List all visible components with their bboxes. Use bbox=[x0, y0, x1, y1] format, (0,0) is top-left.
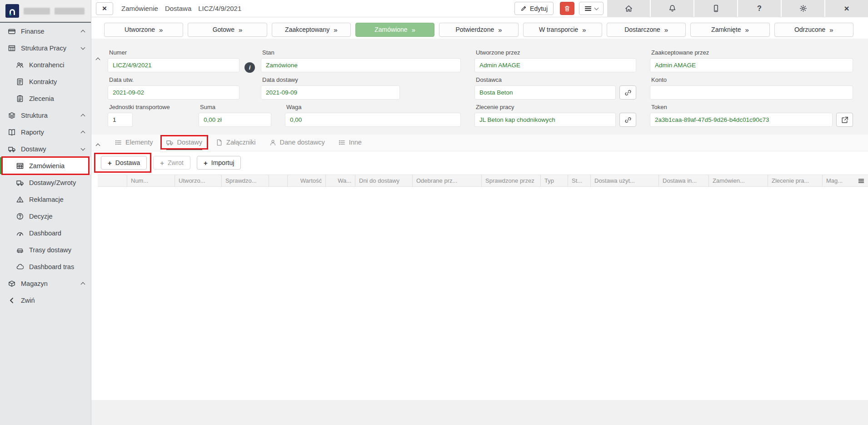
field-jednostki-transportowe: Jednostki transportowe 1 bbox=[108, 104, 199, 127]
info-icon[interactable]: i bbox=[244, 62, 255, 73]
edit-button-label: Edytuj bbox=[530, 5, 548, 12]
double-chevron-icon: » bbox=[334, 26, 337, 34]
suma-input[interactable]: 0,00 zł bbox=[199, 113, 271, 127]
data-utw-input[interactable]: 2021-09-02 bbox=[108, 85, 239, 100]
sidebar-collapse-button[interactable]: Zwiń bbox=[0, 292, 91, 309]
field-stan: Stan Zamówione bbox=[261, 49, 461, 72]
collapse-section-chevron[interactable] bbox=[96, 141, 101, 145]
numer-input[interactable]: LICZ/4/9/2021 bbox=[108, 58, 239, 72]
token-open-button[interactable] bbox=[836, 113, 853, 127]
help-button[interactable]: ? bbox=[738, 0, 781, 17]
data-dostawy-input[interactable]: 2021-09-09 bbox=[261, 85, 400, 100]
sidebar-item-dashboard[interactable]: Dashboard bbox=[0, 225, 91, 241]
column-header-numer[interactable]: Num... bbox=[127, 175, 175, 186]
column-header-zamowienie[interactable]: Zamówien... bbox=[709, 175, 768, 186]
column-header-dni-do-dostawy[interactable]: Dni do dostawy bbox=[355, 175, 413, 186]
delete-button[interactable] bbox=[560, 2, 574, 15]
status-step-zamowione-active[interactable]: Zamówione» bbox=[355, 23, 434, 37]
token-input[interactable]: 2a3b1caa-89af-47d5-9d26-b4dc01c90c73 bbox=[650, 113, 833, 127]
column-header-sprawdzone-przez[interactable]: Sprawdzone przez bbox=[482, 175, 541, 186]
sidebar-item-reklamacje[interactable]: Reklamacje bbox=[0, 191, 91, 208]
jednostki-input[interactable]: 1 bbox=[108, 113, 133, 127]
sidebar-item-label: Dostawy bbox=[21, 145, 76, 153]
sidebar-item-raporty[interactable]: Raporty bbox=[0, 124, 91, 140]
status-step-dostarczone[interactable]: Dostarczone» bbox=[607, 23, 686, 37]
tab-inne[interactable]: Inne bbox=[339, 139, 362, 150]
status-step-zamkniete[interactable]: Zamknięte» bbox=[690, 23, 769, 37]
close-view-button[interactable]: × bbox=[96, 2, 113, 15]
sidebar-item-magazyn[interactable]: Magazyn bbox=[0, 275, 91, 292]
status-step-utworzone[interactable]: Utworzone» bbox=[104, 23, 183, 37]
column-header-waga[interactable]: Wa... bbox=[326, 175, 355, 186]
sidebar-item-dostawy[interactable]: Dostawy bbox=[0, 140, 91, 157]
column-header-odebrane-przez[interactable]: Odebrane prz... bbox=[413, 175, 482, 186]
grid-icon bbox=[8, 45, 15, 52]
tab-dane-dostawcy[interactable]: Dane dostawcy bbox=[269, 139, 325, 150]
double-chevron-icon: » bbox=[159, 26, 163, 34]
zlecenie-pracy-input[interactable]: JL Beton kap chodnikowych bbox=[474, 113, 616, 127]
dostawca-input[interactable]: Bosta Beton bbox=[474, 85, 616, 100]
truck-icon bbox=[16, 179, 24, 186]
sidebar-item-trasy-dostawy[interactable]: Trasy dostawy bbox=[0, 241, 91, 258]
column-header-empty bbox=[98, 175, 127, 186]
zaakceptowane-przez-input[interactable]: Admin AMAGE bbox=[650, 58, 853, 72]
stan-input[interactable]: Zamówione bbox=[261, 58, 461, 72]
notifications-button[interactable] bbox=[651, 0, 693, 17]
tab-elementy[interactable]: Elementy bbox=[115, 139, 153, 150]
column-header-typ[interactable]: Typ bbox=[541, 175, 568, 186]
tab-label: Inne bbox=[349, 139, 362, 146]
status-step-potwierdzone[interactable]: Potwierdzone» bbox=[439, 23, 518, 37]
tab-label: Elementy bbox=[125, 139, 153, 146]
window-close-button[interactable]: × bbox=[825, 0, 868, 17]
sidebar-item-dashboard-tras[interactable]: Dashboard tras bbox=[0, 258, 91, 275]
double-chevron-icon: » bbox=[498, 26, 502, 34]
tab-dostawy[interactable]: Dostawy bbox=[166, 139, 202, 150]
waga-input[interactable]: 0,00 bbox=[285, 113, 461, 127]
tab-zalaczniki[interactable]: Załączniki bbox=[216, 139, 255, 150]
column-header-dostawa-inna[interactable]: Dostawa in... bbox=[659, 175, 709, 186]
book-icon bbox=[8, 129, 15, 136]
column-header-status[interactable]: St... bbox=[568, 175, 591, 186]
column-header-sprawdzone[interactable]: Sprawdzo... bbox=[222, 175, 269, 186]
sidebar-item-decyzje[interactable]: Decyzje bbox=[0, 208, 91, 225]
edit-button[interactable]: Edytuj bbox=[514, 2, 554, 15]
plus-icon: + bbox=[160, 159, 164, 167]
sidebar-item-kontrakty[interactable]: Kontrakty bbox=[0, 73, 91, 90]
column-header-magazyn[interactable]: Mag... bbox=[823, 175, 868, 186]
dostawca-link-button[interactable] bbox=[619, 85, 636, 100]
settings-button[interactable] bbox=[782, 0, 824, 17]
collapse-section-chevron[interactable] bbox=[96, 55, 101, 60]
sidebar-item-zamowienia[interactable]: Zamówienia bbox=[0, 157, 91, 174]
status-step-gotowe[interactable]: Gotowe» bbox=[188, 23, 267, 37]
sidebar-item-zlecenia[interactable]: Zlecenia bbox=[0, 90, 91, 107]
status-step-zaakceptowany[interactable]: Zaakceptowany» bbox=[272, 23, 351, 37]
column-header-wartosc[interactable]: Wartość bbox=[288, 175, 326, 186]
status-step-odrzucone[interactable]: Odrzucone» bbox=[774, 23, 853, 37]
column-settings-icon[interactable] bbox=[858, 178, 864, 184]
add-delivery-button[interactable]: + Dostawa bbox=[101, 156, 147, 170]
mobile-button[interactable] bbox=[694, 0, 737, 17]
column-header-zlecenie-pracy[interactable]: Zlecenie pra... bbox=[768, 175, 823, 186]
hamburger-icon bbox=[584, 5, 592, 12]
sidebar-item-finanse[interactable]: Finanse bbox=[0, 23, 91, 40]
more-menu-button[interactable] bbox=[579, 2, 604, 15]
sidebar-item-label: Decyzje bbox=[29, 213, 85, 220]
import-button[interactable]: + Importuj bbox=[197, 156, 241, 170]
column-header-dostawa-uzytkownik[interactable]: Dostawa użyt... bbox=[591, 175, 659, 186]
home-button[interactable] bbox=[607, 0, 650, 17]
field-data-utw: Data utw. 2021-09-02 bbox=[108, 76, 239, 100]
sidebar-item-struktura-pracy[interactable]: Struktura Pracy bbox=[0, 40, 91, 56]
sidebar-item-kontrahenci[interactable]: Kontrahenci bbox=[0, 56, 91, 73]
order-detail-form: Numer LICZ/4/9/2021 i Stan Zamówione Utw… bbox=[91, 39, 868, 135]
users-icon bbox=[16, 61, 24, 69]
sidebar-item-struktura[interactable]: Struktura bbox=[0, 107, 91, 124]
zlecenie-link-button[interactable] bbox=[619, 113, 636, 127]
konto-input[interactable] bbox=[650, 85, 853, 100]
utworzone-przez-input[interactable]: Admin AMAGE bbox=[474, 58, 636, 72]
status-step-w-transporcie[interactable]: W transporcie» bbox=[523, 23, 602, 37]
sidebar-item-dostawy-zwroty[interactable]: Dostawy/Zwroty bbox=[0, 174, 91, 191]
list-icon bbox=[339, 139, 345, 146]
column-header-utworzone[interactable]: Utworzo... bbox=[175, 175, 222, 186]
chevron-up-icon bbox=[81, 131, 85, 135]
add-return-button[interactable]: + Zwrot bbox=[153, 156, 190, 170]
